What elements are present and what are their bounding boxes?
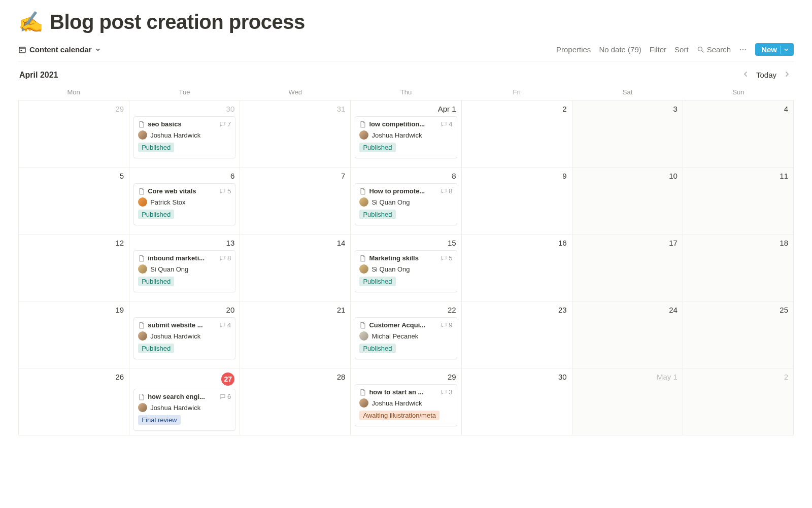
comment-count[interactable]: 8 xyxy=(441,187,452,195)
calendar-cell[interactable]: 12 xyxy=(19,234,129,301)
calendar-event-card[interactable]: Customer Acqui...9Michal PecanekPublishe… xyxy=(355,317,457,359)
calendar-cell[interactable]: 24 xyxy=(572,301,683,368)
calendar-event-card[interactable]: seo basics7Joshua HardwickPublished xyxy=(133,116,235,158)
avatar xyxy=(359,331,368,341)
next-month-button[interactable] xyxy=(782,69,793,81)
comment-count[interactable]: 3 xyxy=(441,388,452,396)
calendar-cell[interactable]: 14 xyxy=(240,234,351,301)
comment-count[interactable]: 9 xyxy=(441,321,452,329)
card-author: Si Quan Ong xyxy=(359,264,452,274)
comment-icon xyxy=(441,255,447,261)
calendar-cell[interactable]: 5 xyxy=(19,167,129,234)
comment-count[interactable]: 4 xyxy=(219,321,231,329)
calendar-cell[interactable]: 8How to promote...8Si Quan OngPublished xyxy=(351,167,461,234)
search-button[interactable]: Search xyxy=(697,45,731,54)
calendar-event-card[interactable]: low competition...4Joshua HardwickPublis… xyxy=(355,116,457,158)
calendar-cell[interactable]: 3 xyxy=(572,100,683,167)
weekday-label: Tue xyxy=(129,88,240,96)
calendar-cell[interactable]: 26 xyxy=(19,368,129,435)
calendar-cell[interactable]: 7 xyxy=(240,167,351,234)
author-name: Joshua Hardwick xyxy=(150,332,200,340)
comment-count[interactable]: 8 xyxy=(219,254,231,262)
date-number: 13 xyxy=(133,238,235,250)
prev-month-button[interactable] xyxy=(740,69,751,81)
date-number: 12 xyxy=(23,238,125,250)
calendar-cell[interactable]: 16 xyxy=(462,234,572,301)
properties-button[interactable]: Properties xyxy=(556,45,591,54)
card-title: Marketing skills xyxy=(369,254,419,262)
card-author: Si Quan Ong xyxy=(359,197,452,207)
calendar-cell[interactable]: 17 xyxy=(572,234,683,301)
calendar-event-card[interactable]: how to start an ...3Joshua HardwickAwait… xyxy=(355,384,457,426)
calendar-cell[interactable]: 13inbound marketi...8Si Quan OngPublishe… xyxy=(129,234,240,301)
page-icon xyxy=(138,393,145,400)
comment-icon xyxy=(441,121,447,127)
calendar-event-card[interactable]: inbound marketi...8Si Quan OngPublished xyxy=(133,250,235,292)
comment-count[interactable]: 4 xyxy=(441,120,452,128)
calendar-event-card[interactable]: How to promote...8Si Quan OngPublished xyxy=(355,183,457,225)
calendar-cell[interactable]: 21 xyxy=(240,301,351,368)
page-icon xyxy=(138,255,145,262)
calendar-cell[interactable]: 25 xyxy=(683,301,794,368)
page-icon xyxy=(138,121,145,128)
calendar-cell[interactable]: Apr 1low competition...4Joshua HardwickP… xyxy=(351,100,461,167)
calendar-cell[interactable]: 31 xyxy=(240,100,351,167)
card-title: Core web vitals xyxy=(148,187,196,195)
comment-count[interactable]: 6 xyxy=(219,393,231,400)
date-number: 14 xyxy=(244,238,346,250)
calendar-cell[interactable]: 29how to start an ...3Joshua HardwickAwa… xyxy=(351,368,461,435)
comment-count[interactable]: 7 xyxy=(219,120,231,128)
calendar-event-card[interactable]: how search engi...6Joshua HardwickFinal … xyxy=(133,389,235,431)
new-button[interactable]: New xyxy=(755,43,794,56)
calendar-event-card[interactable]: Marketing skills5Si Quan OngPublished xyxy=(355,250,457,292)
date-number: 2 xyxy=(687,371,789,384)
calendar-cell[interactable]: 30 xyxy=(462,368,572,435)
card-author: Si Quan Ong xyxy=(138,264,231,274)
calendar-cell[interactable]: 18 xyxy=(683,234,794,301)
calendar-cell[interactable]: 6Core web vitals5Patrick StoxPublished xyxy=(129,167,240,234)
calendar-cell[interactable]: 22Customer Acqui...9Michal PecanekPublis… xyxy=(351,301,461,368)
calendar-cell[interactable]: 9 xyxy=(462,167,572,234)
calendar-cell[interactable]: 11 xyxy=(683,167,794,234)
chevron-down-icon xyxy=(784,47,789,52)
avatar xyxy=(359,398,368,408)
calendar-cell[interactable]: 29 xyxy=(19,100,129,167)
calendar-cell[interactable]: 10 xyxy=(572,167,683,234)
today-button[interactable]: Today xyxy=(756,71,776,79)
calendar-cell[interactable]: 15Marketing skills5Si Quan OngPublished xyxy=(351,234,461,301)
page-icon xyxy=(138,322,145,329)
no-date-button[interactable]: No date (79) xyxy=(599,45,641,54)
calendar-cell[interactable]: 2 xyxy=(683,368,794,435)
svg-point-5 xyxy=(745,49,747,50)
card-title: submit website ... xyxy=(148,321,202,329)
filter-button[interactable]: Filter xyxy=(650,45,666,54)
calendar-event-card[interactable]: submit website ...4Joshua HardwickPublis… xyxy=(133,317,235,359)
date-number: 11 xyxy=(687,171,789,183)
comment-icon xyxy=(219,255,226,261)
calendar-cell[interactable]: 4 xyxy=(683,100,794,167)
card-author: Michal Pecanek xyxy=(359,331,452,341)
calendar-event-card[interactable]: Core web vitals5Patrick StoxPublished xyxy=(133,183,235,225)
calendar-cell[interactable]: May 1 xyxy=(572,368,683,435)
calendar-cell[interactable]: 2 xyxy=(462,100,572,167)
calendar-cell[interactable]: 28 xyxy=(240,368,351,435)
date-number: 7 xyxy=(244,171,346,183)
date-number: 8 xyxy=(355,171,457,183)
page-title: ✍️ Blog post creation process xyxy=(18,10,794,34)
weekday-label: Fri xyxy=(461,88,572,96)
view-switcher[interactable]: Content calendar xyxy=(18,45,101,54)
sort-button[interactable]: Sort xyxy=(674,45,689,54)
card-author: Joshua Hardwick xyxy=(138,403,231,412)
calendar-cell[interactable]: 19 xyxy=(19,301,129,368)
date-number: 17 xyxy=(577,238,679,250)
comment-count[interactable]: 5 xyxy=(441,254,452,262)
svg-point-2 xyxy=(698,47,702,51)
comment-count[interactable]: 5 xyxy=(219,187,231,195)
calendar-cell[interactable]: 27how search engi...6Joshua HardwickFina… xyxy=(129,368,240,435)
calendar-cell[interactable]: 30seo basics7Joshua HardwickPublished xyxy=(129,100,240,167)
svg-point-4 xyxy=(742,49,744,50)
status-tag: Published xyxy=(359,210,395,219)
more-button[interactable] xyxy=(739,46,747,54)
calendar-cell[interactable]: 23 xyxy=(462,301,572,368)
calendar-cell[interactable]: 20submit website ...4Joshua HardwickPubl… xyxy=(129,301,240,368)
